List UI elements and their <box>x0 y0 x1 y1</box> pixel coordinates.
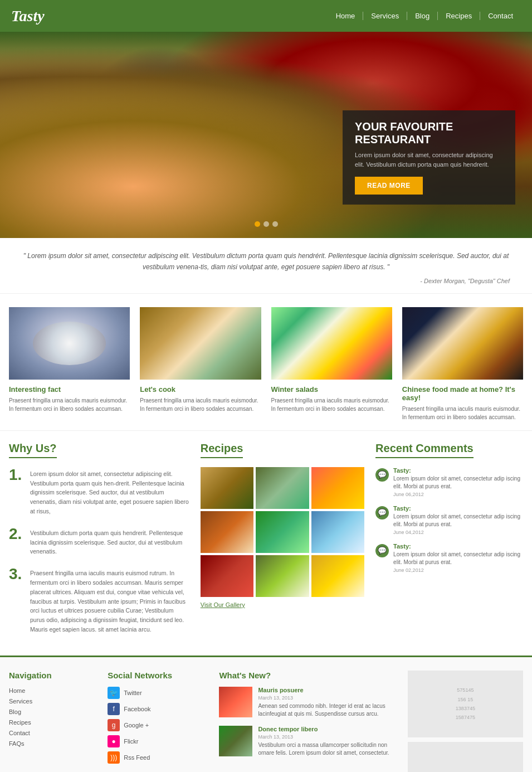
comment-icon-3: 💬 <box>375 544 389 557</box>
feature-image-1 <box>9 307 130 380</box>
features-section: Interesting fact Praesent fringilla urna… <box>0 294 532 431</box>
nav-services[interactable]: Services <box>363 12 407 20</box>
recipe-thumb-7[interactable] <box>201 555 253 597</box>
news-thumb-2 <box>219 726 252 756</box>
visit-gallery-link[interactable]: Visit Our Gallery <box>201 601 364 608</box>
why-text-1: Lorem ipsum dolor sit amet, consectetur … <box>30 467 189 516</box>
recipes-title: Recipes <box>201 442 243 458</box>
hero-dots <box>255 221 278 227</box>
feature-title-1: Interesting fact <box>9 385 130 394</box>
quote-author: - Dexter Morgan, "Degusta" Chef <box>22 278 510 284</box>
news-text-2: Vestibulum orci a massa ullamcorper soll… <box>258 741 398 757</box>
site-header: Tasty Home Services Blog Recipes Contact <box>0 0 532 32</box>
feature-image-4 <box>402 307 523 380</box>
main-nav: Home Services Blog Recipes Contact <box>328 12 521 20</box>
hero-dot-3[interactable] <box>272 221 278 227</box>
why-num-3: 3. <box>9 566 25 582</box>
comment-author-2: Tasty: <box>393 505 523 512</box>
news-title-1: Mauris posuere <box>258 687 398 693</box>
recipe-thumb-4[interactable] <box>201 511 253 553</box>
comment-date-3: June 02,2012 <box>393 567 523 573</box>
feature-card-3: Winter salads Praesent fringilla urna ia… <box>271 307 392 421</box>
feature-card-1: Interesting fact Praesent fringilla urna… <box>9 307 130 421</box>
footer-nav-contact[interactable]: Contact <box>9 729 99 737</box>
rss-label: Rss Feed <box>124 754 150 761</box>
recipe-thumb-9[interactable] <box>311 555 364 597</box>
why-us-section: Why Us? 1. Lorem ipsum dolor sit amet, c… <box>9 442 189 644</box>
news-date-2: March 13, 2013 <box>258 734 398 740</box>
news-title-2: Donec tempor libero <box>258 726 398 732</box>
twitter-icon: 🐦 <box>108 687 120 699</box>
social-flickr[interactable]: ● Flickr <box>108 735 210 747</box>
widget-box-bottom <box>408 742 523 772</box>
why-text-2: Vestibulum dictum porta quam quis hendre… <box>30 526 189 556</box>
feature-card-4: Chinese food made at home? It's easy! Pr… <box>402 307 523 421</box>
why-us-title: Why Us? <box>9 442 57 458</box>
comment-item-3: 💬 Tasty: Lorem ipsum dolor sit amet, con… <box>375 543 523 573</box>
nav-contact[interactable]: Contact <box>480 12 521 20</box>
hero-read-more-button[interactable]: READ MORE <box>355 177 423 195</box>
comment-body-3: Tasty: Lorem ipsum dolor sit amet, conse… <box>393 543 523 573</box>
recipe-thumb-6[interactable] <box>311 511 364 553</box>
footer-nav-blog[interactable]: Blog <box>9 708 99 716</box>
comment-body-1: Tasty: Lorem ipsum dolor sit amet, conse… <box>393 467 523 497</box>
social-rss[interactable]: ))) Rss Feed <box>108 751 210 764</box>
comment-icon-1: 💬 <box>375 468 389 482</box>
comments-section: Recent Comments 💬 Tasty: Lorem ipsum dol… <box>375 442 523 644</box>
feature-desc-1: Praesent fringilla urna iaculis mauris e… <box>9 396 130 413</box>
footer-top: Navigation Home Services Blog Recipes Co… <box>0 656 532 772</box>
comments-title: Recent Comments <box>375 442 474 458</box>
recipe-thumb-1[interactable] <box>201 467 253 509</box>
comment-date-2: June 04,2012 <box>393 530 523 535</box>
footer-nav-recipes[interactable]: Recipes <box>9 718 99 726</box>
why-item-1: 1. Lorem ipsum dolor sit amet, consectet… <box>9 467 189 516</box>
nav-home[interactable]: Home <box>328 12 364 20</box>
widget-box-top: 575145 156 15 1383745 1587475 <box>408 671 523 737</box>
comment-text-1: Lorem ipsum dolor sit amet, consectetur … <box>393 475 523 491</box>
comment-icon-2: 💬 <box>375 506 389 519</box>
footer-widget: 575145 156 15 1383745 1587475 <box>408 671 523 772</box>
comment-item-1: 💬 Tasty: Lorem ipsum dolor sit amet, con… <box>375 467 523 497</box>
widget-numbers: 575145 156 15 1383745 1587475 <box>456 686 475 722</box>
feature-desc-4: Praesent fringilla urna iaculis mauris e… <box>402 405 523 421</box>
feature-image-3 <box>271 307 392 380</box>
comment-date-1: June 06,2012 <box>393 492 523 497</box>
hero-title: YOUR FAVOURITE RESTAURANT <box>355 120 503 146</box>
social-google[interactable]: g Google + <box>108 719 210 731</box>
flickr-icon: ● <box>108 735 120 747</box>
news-text-1: Aenean sed commodo nibh. Integer id erat… <box>258 702 398 718</box>
feature-desc-3: Praesent fringilla urna iaculis mauris e… <box>271 396 392 413</box>
footer-nav-title: Navigation <box>9 671 99 680</box>
news-body-2: Donec tempor libero March 13, 2013 Vesti… <box>258 726 398 757</box>
recipe-thumb-5[interactable] <box>256 511 309 553</box>
footer-nav-home[interactable]: Home <box>9 687 99 695</box>
footer-social: Social Networks 🐦 Twitter f Facebook g G… <box>108 671 210 772</box>
feature-title-4: Chinese food made at home? It's easy! <box>402 385 523 402</box>
comment-body-2: Tasty: Lorem ipsum dolor sit amet, conse… <box>393 505 523 535</box>
recipe-thumb-8[interactable] <box>256 555 309 597</box>
facebook-label: Facebook <box>124 706 150 712</box>
footer-nav-faqs[interactable]: FAQs <box>9 740 99 747</box>
recipe-thumb-3[interactable] <box>311 467 364 509</box>
site-logo: Tasty <box>11 7 45 25</box>
why-text-3: Praesent fringilla urna iaculis mauris e… <box>30 566 189 634</box>
social-facebook[interactable]: f Facebook <box>108 703 210 715</box>
feature-card-2: Let's cook Praesent fringilla urna iacul… <box>140 307 261 421</box>
hero-overlay: YOUR FAVOURITE RESTAURANT Lorem ipsum do… <box>343 110 515 205</box>
quote-section: " Lorem ipsum dolor sit amet, consectetu… <box>0 238 532 294</box>
footer-nav-services[interactable]: Services <box>9 697 99 705</box>
nav-blog[interactable]: Blog <box>407 12 438 20</box>
comment-text-3: Lorem ipsum dolor sit amet, consectetur … <box>393 551 523 566</box>
footer-nav: Navigation Home Services Blog Recipes Co… <box>9 671 99 772</box>
news-date-1: March 13, 2013 <box>258 695 398 701</box>
hero-section: YOUR FAVOURITE RESTAURANT Lorem ipsum do… <box>0 32 532 238</box>
facebook-icon: f <box>108 703 120 715</box>
hero-dot-1[interactable] <box>255 221 260 227</box>
hero-dot-2[interactable] <box>263 221 269 227</box>
social-twitter[interactable]: 🐦 Twitter <box>108 687 210 699</box>
recipe-thumb-2[interactable] <box>256 467 309 509</box>
feature-title-2: Let's cook <box>140 385 261 394</box>
nav-recipes[interactable]: Recipes <box>438 12 480 20</box>
feature-desc-2: Praesent fringilla urna iaculis mauris e… <box>140 396 261 413</box>
hero-description: Lorem ipsum dolor sit amet, consectetur … <box>355 150 503 169</box>
